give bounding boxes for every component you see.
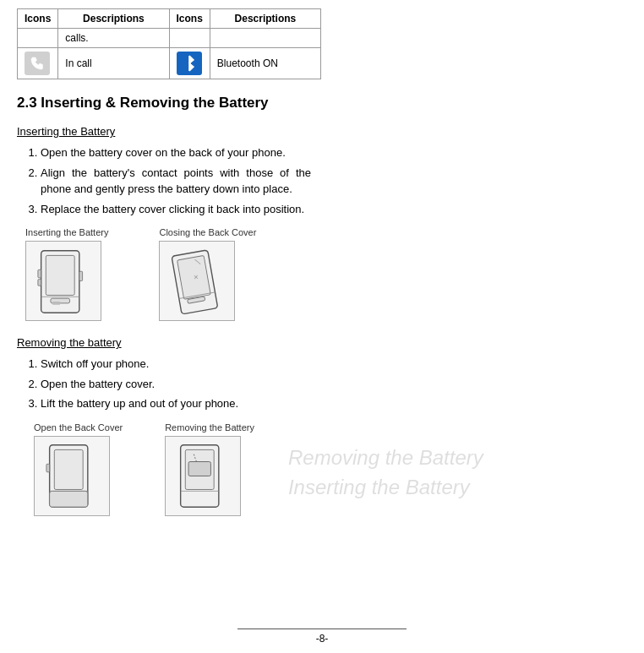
figure-open-label: Open the Back Cover [34,422,123,433]
figure-removing-img [165,436,241,516]
removing-steps-list: Switch off your phone. Open the battery … [41,356,627,412]
inserting-step-1: Open the battery cover on the back of yo… [41,144,311,161]
svg-text:✕: ✕ [194,273,200,281]
table-row: In call Bluetooth ON [18,48,321,79]
svg-rect-6 [79,271,83,280]
desc-bluetooth-on: Bluetooth ON [210,48,320,79]
inserting-figures: Inserting the Battery Closing the Back C… [25,227,627,321]
phone-sketch-svg [33,248,94,315]
inserting-step-2: Align the battery's contact points with … [41,165,311,198]
removing-step-3: Lift the battery up and out of your phon… [41,395,311,412]
col-header-icons1: Icons [18,9,58,29]
svg-rect-1 [46,255,74,295]
bluetooth-icon [183,55,196,72]
desc-incall: In call [58,48,169,79]
svg-rect-7 [52,302,60,305]
svg-rect-18 [46,464,50,471]
phone-icon [30,56,45,71]
figure-open-cover: Open the Back Cover [34,422,123,516]
removing-step-2: Open the battery cover. [41,376,311,393]
inserting-step-3: Replace the battery cover clicking it ba… [41,201,311,218]
backcover-sketch-svg: ✕ [166,248,227,315]
figure-open-img [34,436,110,516]
figure-closing-img: ✕ [159,241,235,321]
desc-cell-calls: calls. [58,29,169,48]
page-footer: -8- [0,629,644,645]
figure-inserting-label: Inserting the Battery [25,227,108,237]
ghost-text-inserting: Inserting the Battery [288,476,483,499]
removing-heading: Removing the battery [17,336,627,349]
figure-inserting-img [25,241,101,321]
col-header-desc1: Descriptions [58,9,169,29]
figure-closing-cover: Closing the Back Cover ✕ [159,227,256,321]
figure-closing-label: Closing the Back Cover [159,227,256,237]
ghost-text-removing: Removing the Battery [288,439,483,476]
svg-rect-16 [50,491,88,507]
removing-battery-svg [172,442,233,509]
figure-removing-battery: Removing the Battery [165,422,254,516]
svg-rect-4 [38,269,41,277]
icon-table: Icons Descriptions Icons Descriptions ca… [17,8,321,79]
col-header-icons2: Icons [169,9,210,29]
desc-cell-empty [210,29,320,48]
open-cover-svg [41,442,102,509]
icon-cell-empty1 [18,29,58,48]
footer-divider [237,629,407,629]
svg-rect-5 [38,279,41,286]
figure-removing-label: Removing the Battery [165,422,254,433]
table-row: calls. [18,29,321,48]
inserting-heading: Inserting the Battery [17,125,627,138]
bt-icon-cell [169,48,210,79]
figure-inserting-battery: Inserting the Battery [25,227,108,321]
removing-step-1: Switch off your phone. [41,356,311,373]
svg-rect-21 [188,462,210,476]
page-number: -8- [316,633,329,645]
col-header-desc2: Descriptions [210,9,320,29]
inserting-steps-list: Open the battery cover on the back of yo… [41,144,627,217]
icon-cell-empty2 [169,29,210,48]
phone-icon-cell [18,48,58,79]
svg-rect-15 [54,449,83,489]
removing-figures: Open the Back Cover Removing the Battery [34,422,254,516]
section-title: 2.3 Inserting & Removing the Battery [17,95,627,112]
ghost-text-container: Removing the Battery Inserting the Batte… [288,439,483,499]
